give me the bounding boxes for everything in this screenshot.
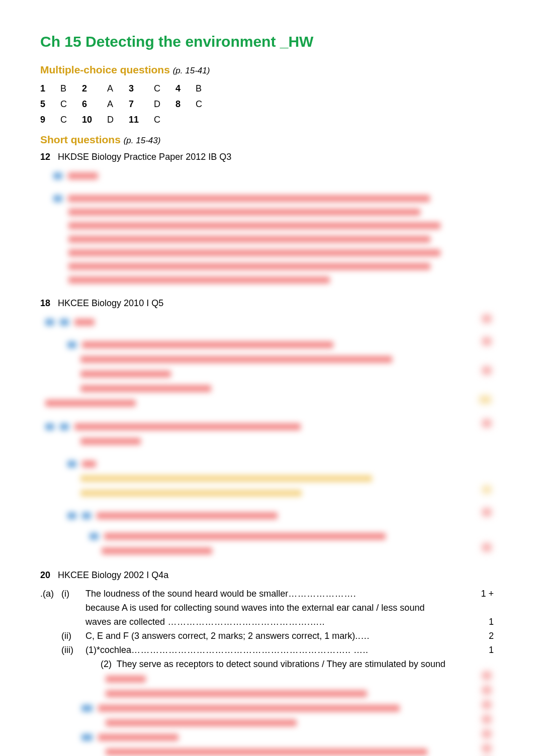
dots: …………………………………………………………….. ….. [131,645,369,655]
mc-heading: Multiple-choice questions (p. 15-41) [40,62,494,78]
q20-a-iii-label: (iii) [61,643,85,657]
q20-a-i-label: (i) [61,587,85,601]
mark: 1 [489,615,494,629]
q18-num: 18 [40,298,50,308]
mc-ans: C [154,81,175,97]
dots: …………………. [288,589,356,599]
q20-a-ii-label: (ii) [61,629,85,643]
q20-a-ii-text: C, E and F (3 answers correct, 2 marks; … [85,631,355,641]
mc-num: 8 [175,97,196,112]
mc-answers-table: 1 B 2 A 3 C 4 B 5 C 6 A 7 D 8 C 9 C 10 D… [40,81,217,128]
blurred-content-q12 [53,169,494,287]
q20-a-label: .(a) [40,587,61,601]
mc-num: 6 [82,97,107,112]
mc-page-ref: (p. 15-41) [173,66,210,75]
mc-ans: A [107,81,129,97]
mc-num: 10 [82,112,107,128]
q20-a-iii-2-label: (2) [101,659,112,669]
q20-a-i-line1: The loudness of the sound heard would be… [85,589,288,599]
blurred-content-tail [106,672,494,756]
table-row: 5 C 6 A 7 D 8 C [40,97,217,112]
q18-line: 18 HKCEE Biology 2010 I Q5 [40,297,494,310]
mc-ans: C [196,97,217,112]
dots: ……………………………………….….. [165,617,325,627]
q20-line: 20 HKCEE Biology 2002 I Q4a [40,569,494,582]
mc-num: 2 [82,81,107,97]
mc-heading-text: Multiple-choice questions [40,64,170,75]
mark: 1 [489,643,494,657]
mc-ans: C [154,112,175,128]
q12-text: HKDSE Biology Practice Paper 2012 IB Q3 [58,152,231,162]
q12-line: 12 HKDSE Biology Practice Paper 2012 IB … [40,150,494,164]
page-title: Ch 15 Detecting the environment _HW [40,30,494,53]
mc-ans: B [196,81,217,97]
q20-num: 20 [40,570,50,580]
mc-num: 1 [40,81,60,97]
sq-heading: Short questions (p. 15-43) [40,132,494,148]
mc-num: 4 [175,81,196,97]
sq-heading-text: Short questions [40,134,121,145]
mc-ans: B [60,81,82,97]
mark: 2 [489,629,494,643]
mc-num: 3 [129,81,154,97]
mc-num: 9 [40,112,60,128]
table-row: 1 B 2 A 3 C 4 B [40,81,217,97]
mc-num: 7 [129,97,154,112]
q20-a-iii-1-text: *cochlea [97,645,131,655]
mark: 1 + [481,587,494,601]
sq-page-ref: (p. 15-43) [124,136,161,145]
q20-a-i-line3: waves are collected [85,617,165,627]
q20-a-iii-2-text: They serve as receptors to detect sound … [117,659,446,669]
mc-ans: C [60,97,82,112]
mc-ans: D [154,97,175,112]
q12-num: 12 [40,152,50,162]
mc-num: 11 [129,112,154,128]
dots: ..… [355,631,370,641]
q20-a-iii-1-label: (1) [85,645,97,655]
q20-text: HKCEE Biology 2002 I Q4a [58,570,168,580]
q20-body: .(a) (i) The loudness of the sound heard… [40,587,494,671]
q20-a-i-line2: because A is used for collecting sound w… [85,603,424,613]
q18-text: HKCEE Biology 2010 I Q5 [58,298,163,308]
table-row: 9 C 10 D 11 C [40,112,217,128]
mc-ans: D [107,112,129,128]
blurred-content-q18 [45,315,494,558]
mc-ans: A [107,97,129,112]
mc-ans: C [60,112,82,128]
mc-num: 5 [40,97,60,112]
